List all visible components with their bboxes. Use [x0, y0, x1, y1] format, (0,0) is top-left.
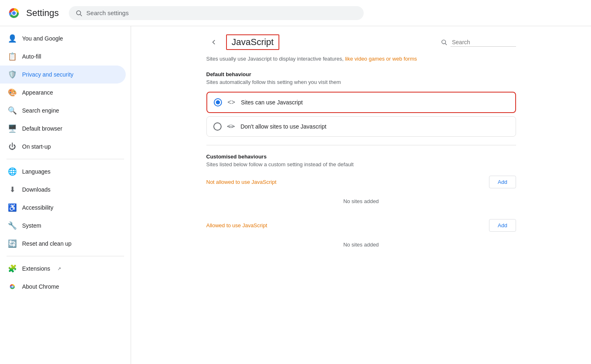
sidebar-item-languages[interactable]: 🌐 Languages — [0, 163, 126, 181]
allowed-box: Allowed to use JavaScript Add No sites a… — [206, 219, 516, 253]
back-button[interactable] — [206, 35, 221, 50]
default-behaviour-sub: Sites automatically follow this setting … — [206, 79, 516, 85]
header-search-input[interactable] — [451, 38, 516, 47]
svg-point-7 — [442, 40, 445, 44]
allowed-empty: No sites added — [206, 237, 516, 253]
page-description: Sites usually use Javascript to display … — [206, 55, 516, 63]
article-icon: 📋 — [8, 52, 16, 61]
sidebar-label: On start-up — [22, 143, 51, 150]
sidebar: 👤 You and Google 📋 Auto-fill 🛡️ Privacy … — [0, 26, 131, 364]
allow-radio-button[interactable] — [214, 98, 222, 106]
default-behaviour-heading: Default behaviour — [206, 71, 516, 77]
sidebar-item-appearance[interactable]: 🎨 Appearance — [0, 84, 126, 102]
sidebar-divider-1 — [7, 159, 124, 159]
globe-icon: 🌐 — [8, 167, 16, 176]
sidebar-label: Default browser — [22, 125, 62, 132]
power-icon: ⏻ — [8, 142, 16, 151]
disallow-javascript-option[interactable]: <> Don't allow sites to use Javascript — [206, 116, 516, 137]
app-title: Settings — [26, 8, 59, 18]
sidebar-label: About Chrome — [22, 283, 59, 290]
search-icon — [75, 9, 82, 17]
sidebar-label: Auto-fill — [22, 53, 41, 60]
person-icon: 👤 — [8, 34, 16, 43]
sidebar-item-reset-cleanup[interactable]: 🔄 Reset and clean up — [0, 235, 126, 253]
sidebar-label: Extensions — [22, 265, 50, 272]
shield-icon: 🛡️ — [8, 70, 16, 79]
sidebar-item-accessibility[interactable]: ♿ Accessibility — [0, 199, 126, 217]
sidebar-label: Appearance — [22, 89, 53, 96]
svg-line-8 — [445, 43, 447, 45]
sidebar-label: Accessibility — [22, 204, 53, 211]
history-icon: 🔄 — [8, 240, 16, 248]
back-arrow-icon — [210, 38, 218, 46]
sidebar-item-auto-fill[interactable]: 📋 Auto-fill — [0, 47, 126, 66]
sidebar-label: Languages — [22, 168, 50, 175]
allow-javascript-option[interactable]: <> Sites can use Javascript — [206, 92, 516, 113]
not-allowed-add-button[interactable]: Add — [489, 176, 516, 188]
sidebar-label: Privacy and security — [22, 71, 73, 78]
svg-point-3 — [76, 11, 80, 15]
sidebar-item-default-browser[interactable]: 🖥️ Default browser — [0, 120, 126, 138]
content-area: JavaScript Sites usually use Javascript … — [131, 26, 591, 364]
sidebar-label: Reset and clean up — [22, 240, 72, 247]
sidebar-item-you-and-google[interactable]: 👤 You and Google — [0, 29, 126, 47]
sidebar-item-privacy-security[interactable]: 🛡️ Privacy and security — [0, 66, 126, 84]
code-icon: <> — [228, 99, 235, 106]
search-bar[interactable] — [69, 6, 364, 20]
sidebar-item-about-chrome[interactable]: About Chrome — [0, 278, 126, 296]
description-normal-text: Sites usually use Javascript to display … — [206, 56, 344, 62]
top-bar: Settings — [0, 0, 591, 26]
sidebar-label: You and Google — [22, 35, 63, 42]
svg-line-4 — [80, 14, 82, 16]
section-divider — [206, 145, 516, 145]
customised-sub: Sites listed below follow a custom setti… — [206, 161, 516, 167]
palette-icon: 🎨 — [8, 88, 16, 97]
external-link-icon: ↗ — [57, 266, 61, 271]
puzzle-icon: 🧩 — [8, 265, 16, 273]
customised-heading: Customised behaviours — [206, 154, 516, 160]
not-allowed-empty: No sites added — [206, 193, 516, 209]
browser-icon: 🖥️ — [8, 124, 16, 133]
not-allowed-header: Not allowed to use JavaScript Add — [206, 176, 516, 188]
header-search — [441, 38, 516, 47]
not-allowed-label: Not allowed to use JavaScript — [206, 179, 276, 185]
sidebar-item-system[interactable]: 🔧 System — [0, 217, 126, 235]
allowed-header: Allowed to use JavaScript Add — [206, 219, 516, 232]
sidebar-label: Search engine — [22, 107, 59, 114]
sidebar-divider-2 — [7, 256, 124, 256]
allowed-label: Allowed to use JavaScript — [206, 222, 267, 228]
svg-point-2 — [12, 11, 16, 15]
chrome-logo-icon — [7, 6, 21, 20]
main-layout: 👤 You and Google 📋 Auto-fill 🛡️ Privacy … — [0, 26, 591, 364]
page-header: JavaScript — [206, 26, 516, 55]
accessibility-icon: ♿ — [8, 203, 16, 212]
page-title-box: JavaScript — [226, 34, 280, 50]
header-search-icon — [441, 39, 447, 45]
sidebar-label: System — [22, 222, 41, 229]
sidebar-item-extensions[interactable]: 🧩 Extensions ↗ — [0, 260, 126, 278]
sidebar-label: Downloads — [22, 186, 50, 193]
search-input[interactable] — [86, 9, 357, 16]
not-allowed-box: Not allowed to use JavaScript Add No sit… — [206, 176, 516, 209]
no-code-icon: <> — [227, 123, 235, 130]
download-icon: ⬇ — [8, 185, 16, 194]
chrome-icon — [8, 283, 16, 291]
disallow-javascript-label: Don't allow sites to use Javascript — [240, 123, 326, 130]
svg-point-6 — [11, 286, 13, 287]
allowed-add-button[interactable]: Add — [489, 219, 516, 232]
sidebar-item-downloads[interactable]: ⬇ Downloads — [0, 181, 126, 199]
sidebar-item-on-startup[interactable]: ⏻ On start-up — [0, 138, 126, 156]
allow-javascript-label: Sites can use Javascript — [241, 99, 303, 106]
page-title: JavaScript — [232, 37, 274, 47]
search-sidebar-icon: 🔍 — [8, 106, 16, 115]
sidebar-item-search-engine[interactable]: 🔍 Search engine — [0, 102, 126, 120]
description-link[interactable]: like video games or web forms — [345, 56, 417, 62]
content-inner: JavaScript Sites usually use Javascript … — [193, 26, 529, 279]
wrench-icon: 🔧 — [8, 222, 16, 230]
disallow-radio-button[interactable] — [213, 122, 222, 131]
